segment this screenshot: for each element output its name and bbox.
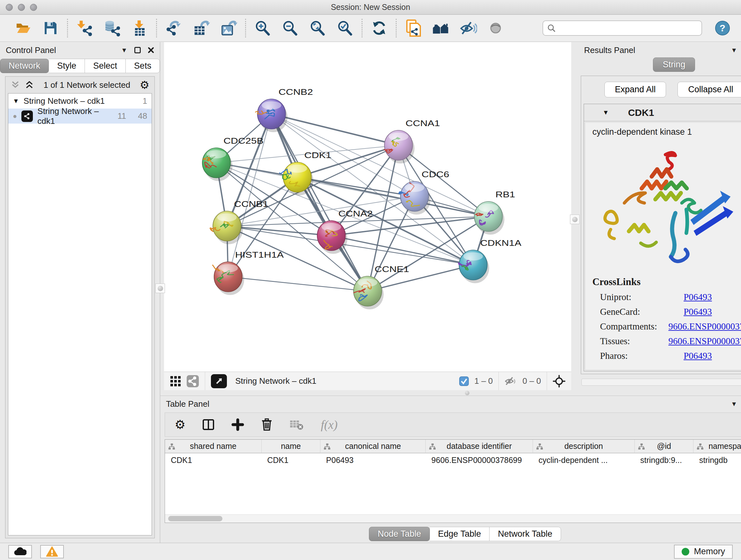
network-node-CCNB2[interactable]: CCNB2 (256, 87, 313, 132)
crosslink-uniprot-link[interactable]: P06493 (684, 292, 712, 302)
left-splitter-handle[interactable] (155, 284, 165, 293)
open-session-icon[interactable] (14, 19, 32, 37)
import-network-from-database-icon[interactable] (103, 19, 121, 37)
search-box[interactable] (542, 20, 702, 36)
automation-cloud-button[interactable] (8, 545, 32, 558)
network-node-RB1[interactable]: RB1 (474, 190, 515, 235)
hide-selected-icon[interactable] (459, 19, 477, 37)
results-panel-collapse-icon[interactable]: ▼ (731, 47, 737, 54)
network-node-CDC6[interactable]: CDC6 (399, 170, 449, 214)
network-node-CDKN1A[interactable]: CDKN1A (459, 239, 522, 283)
tab-select[interactable]: Select (85, 59, 126, 73)
update-network-icon[interactable] (370, 19, 388, 37)
first-neighbors-icon[interactable] (432, 19, 450, 37)
crosslink-pharos-link[interactable]: P06493 (684, 351, 712, 361)
hidden-node-edge-count: 0 – 0 (522, 376, 541, 386)
warnings-button[interactable] (40, 545, 64, 558)
gene-section-header[interactable]: ▼ CDK1 (584, 104, 741, 121)
hidden-eye-icon[interactable] (504, 376, 517, 386)
network-node-CDK1[interactable]: CDK1 (280, 151, 331, 195)
warning-icon (46, 546, 58, 557)
network-edge-CCNB2-CCNA1[interactable] (272, 114, 399, 145)
tab-network[interactable]: Network (0, 59, 49, 73)
fit-crosshair-icon[interactable] (553, 375, 565, 388)
network-row[interactable]: ● String Network – cdk1 11 48 (8, 109, 151, 124)
zoom-in-icon[interactable] (254, 19, 272, 37)
network-tree: ▼ String Network – cdk1 1 ● String Netwo… (8, 93, 152, 536)
gene-collapse-icon[interactable]: ▼ (603, 109, 609, 116)
network-view-title: String Network – cdk1 (232, 376, 316, 386)
zoom-fit-content-icon[interactable] (309, 19, 327, 37)
string-functions-icon[interactable] (404, 19, 422, 37)
control-panel-float-icon[interactable] (134, 47, 141, 53)
crosslink-genecard-link[interactable]: P06493 (684, 307, 712, 317)
control-panel-close-icon[interactable] (148, 47, 154, 53)
selected-node-edge-count: 1 – 0 (474, 376, 493, 386)
show-columns-icon[interactable] (202, 418, 215, 431)
network-thumbnail-icon[interactable] (186, 375, 199, 388)
help-icon[interactable]: ? (714, 19, 731, 37)
table-row[interactable]: CDK1 CDK1 P06493 9606.ENSP00000378699 cy… (165, 453, 741, 467)
col-name[interactable]: name (261, 440, 320, 453)
network-edge-CCNB2-CCNE1[interactable] (272, 114, 367, 291)
crosslink-label-genecard: GeneCard: (600, 307, 684, 317)
right-splitter-handle[interactable] (570, 214, 580, 224)
selected-checkbox-icon[interactable] (459, 376, 469, 386)
network-canvas[interactable]: CCNB2CCNA1CDC25BCDK1CDC6RB1CCNB1CCNA2CDK… (164, 42, 571, 372)
col-database-identifier[interactable]: database identifier (426, 440, 533, 453)
export-table-icon[interactable] (192, 19, 210, 37)
show-hidden-icon[interactable] (487, 19, 504, 37)
table-horizontal-scrollbar[interactable] (165, 514, 741, 523)
save-session-icon[interactable] (42, 19, 59, 37)
col-shared-name[interactable]: shared name (165, 440, 261, 453)
delete-column-icon[interactable] (261, 418, 273, 431)
crosslink-tissues-link[interactable]: 9606.ENSP00000378699 (668, 336, 741, 347)
col-description[interactable]: description (533, 440, 634, 453)
table-options-gear-icon[interactable]: ⚙ (175, 419, 185, 431)
tab-network-table[interactable]: Network Table (489, 527, 561, 541)
cell-name: CDK1 (261, 453, 320, 467)
zoom-out-icon[interactable] (281, 19, 299, 37)
tab-edge-table[interactable]: Edge Table (430, 527, 490, 541)
import-network-from-file-icon[interactable] (76, 19, 93, 37)
expand-all-button[interactable]: Expand All (604, 82, 666, 98)
collapse-all-button[interactable]: Collapse All (677, 82, 741, 98)
tab-style[interactable]: Style (49, 59, 85, 73)
col-id[interactable]: @id (634, 440, 693, 453)
network-node-CCNB1[interactable]: CCNB1 (210, 199, 269, 244)
network-options-gear-icon[interactable]: ⚙ (140, 79, 149, 90)
network-node-HIST1H1A[interactable]: HIST1H1A (212, 250, 284, 295)
tab-sets[interactable]: Sets (126, 59, 160, 73)
right-splitter[interactable] (571, 42, 578, 390)
collection-expand-icon[interactable]: ▼ (13, 98, 19, 105)
cloud-icon (14, 547, 26, 557)
results-panel: Results Panel ▼ String Expand All (578, 42, 741, 390)
export-network-icon[interactable] (165, 19, 183, 37)
crosslink-compartments-link[interactable]: 9606.ENSP00000378699 (668, 321, 741, 332)
memory-button[interactable]: Memory (674, 545, 733, 559)
create-column-icon[interactable] (231, 418, 244, 431)
col-namespace[interactable]: namespace (693, 440, 741, 453)
main-toolbar: ? (0, 15, 741, 42)
results-horizontal-scrollbar[interactable] (582, 379, 741, 386)
collapse-all-networks-icon[interactable] (10, 80, 20, 89)
function-builder-icon: f(x) (321, 418, 338, 432)
network-edge-HIST1H1A-CCNE1[interactable] (228, 277, 367, 291)
zoom-selected-icon[interactable] (336, 19, 354, 37)
tab-string-results[interactable]: String (653, 57, 695, 72)
grid-view-icon[interactable] (170, 375, 181, 387)
network-node-CCNA1[interactable]: CCNA1 (384, 119, 440, 164)
control-panel-collapse-icon[interactable]: ▼ (121, 47, 127, 54)
col-canonical-name[interactable]: canonical name (320, 440, 426, 453)
table-splitter[interactable] (160, 390, 741, 395)
import-table-from-file-icon[interactable] (131, 19, 148, 37)
export-image-icon[interactable] (219, 19, 238, 37)
tab-node-table[interactable]: Node Table (369, 527, 429, 541)
table-panel-collapse-icon[interactable]: ▼ (731, 400, 737, 408)
birds-eye-view-icon[interactable] (211, 374, 227, 388)
expand-all-networks-icon[interactable] (24, 80, 34, 89)
search-input[interactable] (559, 23, 697, 33)
scrollbar-thumb[interactable] (168, 516, 222, 521)
node-label-CCNE1: CCNE1 (375, 265, 409, 274)
network-node-CCNE1[interactable]: CCNE1 (354, 265, 409, 309)
